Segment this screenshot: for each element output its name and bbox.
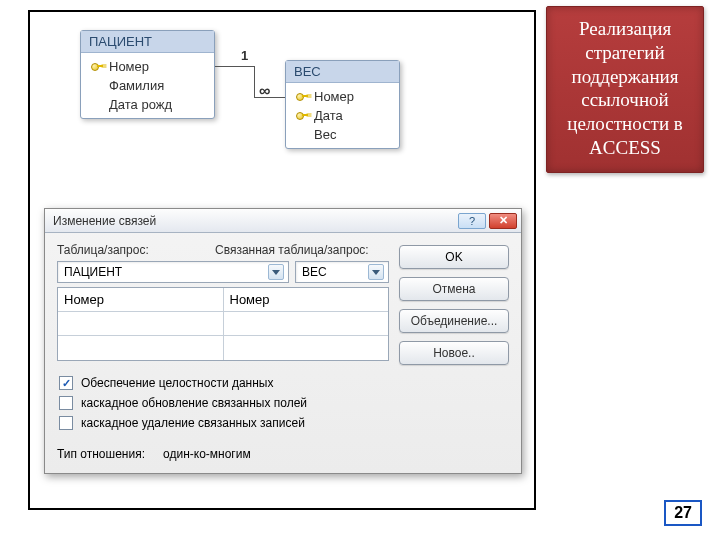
field-label: Номер bbox=[109, 59, 149, 74]
key-icon bbox=[296, 91, 308, 103]
relationships-canvas[interactable]: ПАЦИЕНТ Номер Фамилия Дата рожд ВЕС Номе… bbox=[30, 12, 534, 202]
er-table-body: Номер Фамилия Дата рожд bbox=[81, 53, 214, 118]
checkbox-area: ✓ Обеспечение целостности данных каскадн… bbox=[57, 371, 389, 441]
table-row[interactable]: Вес bbox=[286, 125, 399, 144]
no-key-icon bbox=[91, 99, 103, 111]
close-button[interactable]: ✕ bbox=[489, 213, 517, 229]
help-button[interactable]: ? bbox=[458, 213, 486, 229]
label-table: Таблица/запрос: bbox=[57, 243, 207, 257]
cardinality-many: ∞ bbox=[259, 82, 270, 100]
table-row[interactable]: Номер bbox=[286, 87, 399, 106]
field-label: Фамилия bbox=[109, 78, 164, 93]
dialog-titlebar[interactable]: Изменение связей ? ✕ bbox=[45, 209, 521, 233]
dialog-title-text: Изменение связей bbox=[53, 214, 156, 228]
join-type-button[interactable]: Объединение... bbox=[399, 309, 509, 333]
no-key-icon bbox=[296, 129, 308, 141]
rel-type-label: Тип отношения: bbox=[57, 447, 145, 461]
er-table-body: Номер Дата Вес bbox=[286, 83, 399, 148]
combo-related-table[interactable]: ВЕС bbox=[295, 261, 389, 283]
field-mapping-grid: Номер Номер bbox=[57, 287, 389, 361]
checkbox-label: каскадное обновление связанных полей bbox=[81, 396, 307, 410]
button-label: Новое.. bbox=[433, 346, 475, 360]
field-label: Дата рожд bbox=[109, 97, 172, 112]
dialog-left-pane: Таблица/запрос: Связанная таблица/запрос… bbox=[57, 243, 389, 461]
no-key-icon bbox=[91, 80, 103, 92]
combo-value: ПАЦИЕНТ bbox=[64, 265, 122, 279]
er-table-weight[interactable]: ВЕС Номер Дата Вес bbox=[285, 60, 400, 149]
relationship-line[interactable] bbox=[215, 66, 255, 67]
grid-cell-right[interactable]: Номер bbox=[224, 288, 389, 312]
rel-type-value: один-ко-многим bbox=[163, 447, 251, 461]
page-number: 27 bbox=[664, 500, 702, 526]
er-table-header: ВЕС bbox=[286, 61, 399, 83]
grid-cell-left[interactable]: Номер bbox=[58, 288, 224, 312]
cancel-button[interactable]: Отмена bbox=[399, 277, 509, 301]
create-new-button[interactable]: Новое.. bbox=[399, 341, 509, 365]
table-row[interactable]: Дата рожд bbox=[81, 95, 214, 114]
checkbox-label: каскадное удаление связанных записей bbox=[81, 416, 305, 430]
key-icon bbox=[296, 110, 308, 122]
grid-cell-left[interactable] bbox=[58, 336, 224, 360]
button-label: Объединение... bbox=[411, 314, 498, 328]
field-label: Дата bbox=[314, 108, 343, 123]
combo-value: ВЕС bbox=[302, 265, 327, 279]
screenshot-canvas: ПАЦИЕНТ Номер Фамилия Дата рожд ВЕС Номе… bbox=[28, 10, 536, 510]
er-table-patient[interactable]: ПАЦИЕНТ Номер Фамилия Дата рожд bbox=[80, 30, 215, 119]
slide-caption: Реализация стратегий поддержания ссылочн… bbox=[546, 6, 704, 173]
dialog-button-column: OK Отмена Объединение... Новое.. bbox=[399, 243, 509, 461]
relationship-line[interactable] bbox=[254, 66, 255, 98]
grid-cell-right[interactable] bbox=[224, 312, 389, 336]
label-related-table: Связанная таблица/запрос: bbox=[215, 243, 369, 257]
chevron-down-icon[interactable] bbox=[368, 264, 384, 280]
grid-cell-right[interactable] bbox=[224, 336, 389, 360]
field-label: Вес bbox=[314, 127, 336, 142]
dialog-body: Таблица/запрос: Связанная таблица/запрос… bbox=[45, 233, 521, 473]
table-row[interactable]: Номер bbox=[81, 57, 214, 76]
relationship-type-row: Тип отношения: один-ко-многим bbox=[57, 441, 389, 461]
cardinality-one: 1 bbox=[241, 48, 248, 63]
cell-value: Номер bbox=[230, 292, 270, 307]
field-label: Номер bbox=[314, 89, 354, 104]
edit-relationships-dialog: Изменение связей ? ✕ Таблица/запрос: Свя… bbox=[44, 208, 522, 474]
table-row[interactable]: Дата bbox=[286, 106, 399, 125]
button-label: OK bbox=[445, 250, 462, 264]
combo-table[interactable]: ПАЦИЕНТ bbox=[57, 261, 289, 283]
grid-cell-left[interactable] bbox=[58, 312, 224, 336]
checkbox-integrity[interactable]: ✓ bbox=[59, 376, 73, 390]
checkbox-label: Обеспечение целостности данных bbox=[81, 376, 274, 390]
chevron-down-icon[interactable] bbox=[268, 264, 284, 280]
checkbox-cascade-update[interactable] bbox=[59, 396, 73, 410]
er-table-header: ПАЦИЕНТ bbox=[81, 31, 214, 53]
ok-button[interactable]: OK bbox=[399, 245, 509, 269]
cell-value: Номер bbox=[64, 292, 104, 307]
button-label: Отмена bbox=[432, 282, 475, 296]
key-icon bbox=[91, 61, 103, 73]
table-row[interactable]: Фамилия bbox=[81, 76, 214, 95]
checkbox-cascade-delete[interactable] bbox=[59, 416, 73, 430]
